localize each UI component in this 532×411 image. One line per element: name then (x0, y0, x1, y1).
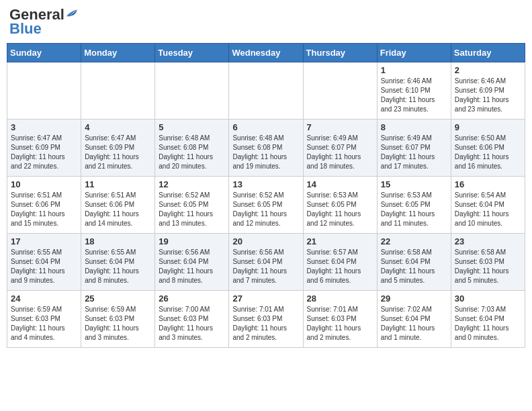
day-number: 26 (159, 293, 225, 304)
calendar-cell-3-5: 22Sunrise: 6:58 AM Sunset: 6:04 PM Dayli… (377, 234, 451, 291)
calendar-cell-3-4: 21Sunrise: 6:57 AM Sunset: 6:04 PM Dayli… (303, 234, 377, 291)
day-info: Sunrise: 6:56 AM Sunset: 6:04 PM Dayligh… (232, 248, 299, 285)
calendar-cell-1-2: 5Sunrise: 6:48 AM Sunset: 6:08 PM Daylig… (155, 120, 229, 177)
day-info: Sunrise: 6:55 AM Sunset: 6:04 PM Dayligh… (11, 248, 77, 285)
day-number: 15 (381, 179, 447, 189)
day-info: Sunrise: 7:01 AM Sunset: 6:03 PM Dayligh… (307, 305, 373, 342)
calendar-cell-3-3: 20Sunrise: 6:56 AM Sunset: 6:04 PM Dayli… (229, 234, 303, 291)
day-info: Sunrise: 6:59 AM Sunset: 6:03 PM Dayligh… (11, 305, 77, 342)
day-info: Sunrise: 7:02 AM Sunset: 6:04 PM Dayligh… (381, 305, 447, 342)
page-header: General Blue (7, 7, 525, 38)
weekday-header-wednesday: Wednesday (229, 44, 303, 62)
day-number: 17 (11, 236, 77, 246)
day-info: Sunrise: 6:48 AM Sunset: 6:08 PM Dayligh… (232, 134, 299, 171)
day-info: Sunrise: 6:54 AM Sunset: 6:04 PM Dayligh… (455, 191, 521, 228)
weekday-header-thursday: Thursday (303, 44, 377, 62)
day-number: 28 (307, 293, 373, 304)
week-row-3: 17Sunrise: 6:55 AM Sunset: 6:04 PM Dayli… (7, 234, 525, 291)
weekday-header-saturday: Saturday (451, 44, 525, 62)
calendar-cell-0-0 (7, 62, 81, 120)
logo: General Blue (9, 7, 78, 38)
calendar-cell-0-3 (229, 62, 303, 120)
day-number: 19 (159, 236, 225, 246)
calendar-cell-4-0: 24Sunrise: 6:59 AM Sunset: 6:03 PM Dayli… (7, 291, 81, 348)
day-info: Sunrise: 7:03 AM Sunset: 6:04 PM Dayligh… (455, 305, 521, 342)
calendar-cell-4-5: 29Sunrise: 7:02 AM Sunset: 6:04 PM Dayli… (377, 291, 451, 348)
day-number: 7 (307, 122, 373, 132)
calendar-cell-1-5: 8Sunrise: 6:49 AM Sunset: 6:07 PM Daylig… (377, 120, 451, 177)
calendar-cell-4-4: 28Sunrise: 7:01 AM Sunset: 6:03 PM Dayli… (303, 291, 377, 348)
day-number: 8 (381, 122, 447, 132)
weekday-header-monday: Monday (81, 44, 155, 62)
calendar-cell-3-0: 17Sunrise: 6:55 AM Sunset: 6:04 PM Dayli… (7, 234, 81, 291)
calendar-cell-0-1 (81, 62, 155, 120)
calendar-cell-1-3: 6Sunrise: 6:48 AM Sunset: 6:08 PM Daylig… (229, 120, 303, 177)
calendar-cell-2-2: 12Sunrise: 6:52 AM Sunset: 6:05 PM Dayli… (155, 177, 229, 234)
day-number: 23 (455, 236, 521, 246)
day-info: Sunrise: 6:51 AM Sunset: 6:06 PM Dayligh… (11, 191, 77, 228)
day-info: Sunrise: 6:46 AM Sunset: 6:10 PM Dayligh… (381, 77, 447, 114)
day-number: 16 (455, 179, 521, 189)
day-number: 3 (11, 122, 77, 132)
day-number: 25 (85, 293, 151, 304)
calendar-cell-3-2: 19Sunrise: 6:56 AM Sunset: 6:04 PM Dayli… (155, 234, 229, 291)
week-row-0: 1Sunrise: 6:46 AM Sunset: 6:10 PM Daylig… (7, 62, 525, 120)
calendar-cell-4-3: 27Sunrise: 7:01 AM Sunset: 6:03 PM Dayli… (229, 291, 303, 348)
calendar-cell-2-6: 16Sunrise: 6:54 AM Sunset: 6:04 PM Dayli… (451, 177, 525, 234)
calendar-cell-2-1: 11Sunrise: 6:51 AM Sunset: 6:06 PM Dayli… (81, 177, 155, 234)
day-number: 5 (159, 122, 225, 132)
week-row-4: 24Sunrise: 6:59 AM Sunset: 6:03 PM Dayli… (7, 291, 525, 348)
day-number: 10 (11, 179, 77, 189)
weekday-header-sunday: Sunday (7, 44, 81, 62)
day-number: 21 (307, 236, 373, 246)
weekday-header-friday: Friday (377, 44, 451, 62)
day-number: 6 (232, 122, 299, 132)
day-info: Sunrise: 6:46 AM Sunset: 6:09 PM Dayligh… (455, 77, 521, 114)
day-info: Sunrise: 6:51 AM Sunset: 6:06 PM Dayligh… (85, 191, 151, 228)
day-info: Sunrise: 6:58 AM Sunset: 6:04 PM Dayligh… (381, 248, 447, 285)
day-number: 30 (455, 293, 521, 304)
day-info: Sunrise: 6:57 AM Sunset: 6:04 PM Dayligh… (307, 248, 373, 285)
calendar-cell-3-1: 18Sunrise: 6:55 AM Sunset: 6:04 PM Dayli… (81, 234, 155, 291)
calendar-table: SundayMondayTuesdayWednesdayThursdayFrid… (7, 43, 525, 348)
day-info: Sunrise: 6:52 AM Sunset: 6:05 PM Dayligh… (232, 191, 299, 228)
calendar-cell-0-2 (155, 62, 229, 120)
calendar-cell-2-4: 14Sunrise: 6:53 AM Sunset: 6:05 PM Dayli… (303, 177, 377, 234)
day-number: 2 (455, 65, 521, 75)
day-number: 14 (307, 179, 373, 189)
day-info: Sunrise: 6:58 AM Sunset: 6:03 PM Dayligh… (455, 248, 521, 285)
day-info: Sunrise: 6:50 AM Sunset: 6:06 PM Dayligh… (455, 134, 521, 171)
calendar-cell-0-6: 2Sunrise: 6:46 AM Sunset: 6:09 PM Daylig… (451, 62, 525, 120)
day-info: Sunrise: 6:47 AM Sunset: 6:09 PM Dayligh… (85, 134, 151, 171)
calendar-cell-2-5: 15Sunrise: 6:53 AM Sunset: 6:05 PM Dayli… (377, 177, 451, 234)
day-number: 18 (85, 236, 151, 246)
day-number: 12 (159, 179, 225, 189)
day-number: 24 (11, 293, 77, 304)
day-number: 27 (232, 293, 299, 304)
day-info: Sunrise: 6:48 AM Sunset: 6:08 PM Dayligh… (159, 134, 225, 171)
day-info: Sunrise: 6:49 AM Sunset: 6:07 PM Dayligh… (307, 134, 373, 171)
calendar-cell-2-3: 13Sunrise: 6:52 AM Sunset: 6:05 PM Dayli… (229, 177, 303, 234)
day-number: 4 (85, 122, 151, 132)
day-info: Sunrise: 7:00 AM Sunset: 6:03 PM Dayligh… (159, 305, 225, 342)
logo-bird-icon (66, 7, 78, 19)
day-info: Sunrise: 6:59 AM Sunset: 6:03 PM Dayligh… (85, 305, 151, 342)
calendar-cell-4-2: 26Sunrise: 7:00 AM Sunset: 6:03 PM Dayli… (155, 291, 229, 348)
week-row-2: 10Sunrise: 6:51 AM Sunset: 6:06 PM Dayli… (7, 177, 525, 234)
calendar-cell-0-5: 1Sunrise: 6:46 AM Sunset: 6:10 PM Daylig… (377, 62, 451, 120)
day-info: Sunrise: 6:49 AM Sunset: 6:07 PM Dayligh… (381, 134, 447, 171)
calendar-cell-3-6: 23Sunrise: 6:58 AM Sunset: 6:03 PM Dayli… (451, 234, 525, 291)
calendar-cell-4-1: 25Sunrise: 6:59 AM Sunset: 6:03 PM Dayli… (81, 291, 155, 348)
day-number: 11 (85, 179, 151, 189)
day-info: Sunrise: 7:01 AM Sunset: 6:03 PM Dayligh… (232, 305, 299, 342)
week-row-1: 3Sunrise: 6:47 AM Sunset: 6:09 PM Daylig… (7, 120, 525, 177)
weekday-header-tuesday: Tuesday (155, 44, 229, 62)
day-info: Sunrise: 6:47 AM Sunset: 6:09 PM Dayligh… (11, 134, 77, 171)
day-number: 1 (381, 65, 447, 75)
day-info: Sunrise: 6:53 AM Sunset: 6:05 PM Dayligh… (307, 191, 373, 228)
day-info: Sunrise: 6:55 AM Sunset: 6:04 PM Dayligh… (85, 248, 151, 285)
calendar-cell-2-0: 10Sunrise: 6:51 AM Sunset: 6:06 PM Dayli… (7, 177, 81, 234)
day-number: 20 (232, 236, 299, 246)
day-info: Sunrise: 6:53 AM Sunset: 6:05 PM Dayligh… (381, 191, 447, 228)
calendar-cell-4-6: 30Sunrise: 7:03 AM Sunset: 6:04 PM Dayli… (451, 291, 525, 348)
